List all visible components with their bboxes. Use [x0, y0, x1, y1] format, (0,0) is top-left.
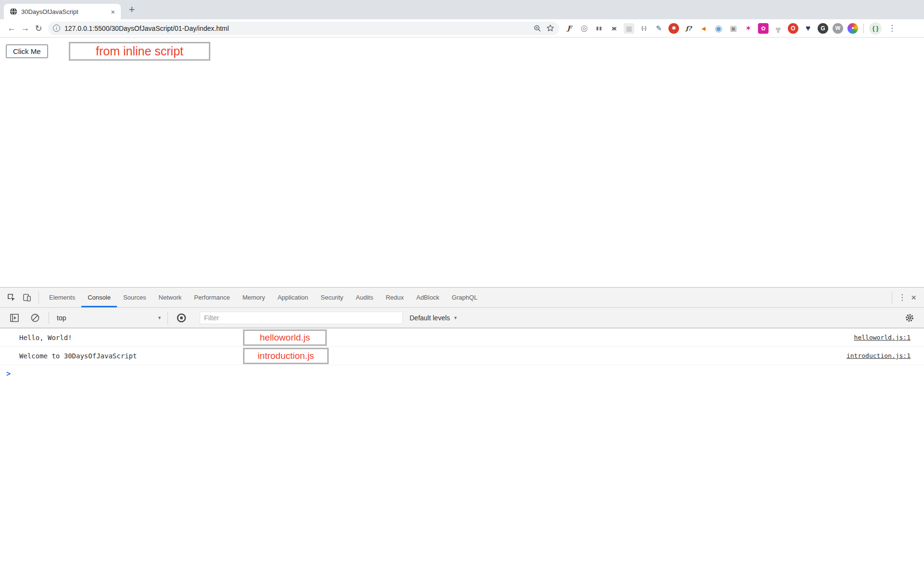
settings-gear-icon[interactable] [903, 312, 916, 324]
bookmark-star-icon[interactable] [546, 24, 554, 32]
divider [892, 292, 892, 303]
page-info-icon[interactable]: i [53, 25, 60, 32]
stop-hand-icon[interactable]: ✱ [668, 23, 679, 34]
f-question-icon[interactable]: ƒ? [683, 23, 694, 34]
tab-sources[interactable]: Sources [117, 288, 153, 307]
tab-network[interactable]: Network [153, 288, 188, 307]
console-message: Hello, World! [19, 334, 72, 342]
divider [49, 312, 49, 324]
source-link[interactable]: helloworld.js:1 [854, 334, 911, 341]
devtools-close-icon[interactable]: × [908, 292, 919, 303]
globe-favicon-icon [10, 8, 17, 15]
chevron-down-icon: ▼ [453, 315, 458, 320]
tab-title: 30DaysOfJavaScript [21, 8, 109, 15]
zoom-icon[interactable] [534, 25, 541, 32]
divider [38, 292, 39, 303]
tab-elements[interactable]: Elements [43, 288, 81, 307]
console-row: Welcome to 30DaysOfJavaScript introducti… [0, 347, 924, 365]
context-label: top [57, 314, 66, 322]
introduction-annotation: introduction.js [243, 348, 329, 364]
grid-icon[interactable]: ▦ [624, 23, 634, 34]
back-icon[interactable]: ← [5, 22, 18, 35]
megaphone-icon[interactable]: ◄ [698, 23, 709, 34]
devtools-panel: Elements Console Sources Network Perform… [0, 287, 924, 382]
inline-script-annotation: from inline script [69, 42, 210, 61]
bug-icon[interactable]: ж [609, 23, 619, 34]
helloworld-annotation: helloworld.js [243, 329, 327, 346]
context-dropdown[interactable]: top ▼ [55, 314, 162, 322]
tab-graphql[interactable]: GraphQL [446, 288, 484, 307]
tab-adblock[interactable]: AdBlock [410, 288, 446, 307]
heart-search-icon[interactable]: ♥ [803, 23, 813, 34]
address-bar[interactable]: i 127.0.0.1:5500/30DaysOfJavaScript/01-D… [48, 22, 559, 35]
rainbow-ring-icon[interactable]: ● [847, 23, 858, 34]
prompt-chevron-icon: > [6, 369, 11, 378]
camera-icon[interactable]: ▣ [728, 23, 739, 34]
close-tab-icon[interactable]: × [109, 8, 117, 16]
paren-dash-icon[interactable]: (-) [639, 23, 649, 34]
tab-redux[interactable]: Redux [379, 288, 410, 307]
tab-performance[interactable]: Performance [188, 288, 236, 307]
page-content: Click Me from inline script [0, 38, 924, 287]
console-messages: Hello, World! helloworld.js helloworld.j… [0, 328, 924, 382]
forward-icon[interactable]: → [18, 22, 32, 35]
click-me-button[interactable]: Click Me [6, 44, 48, 58]
browser-toolbar: ← → ↻ i 127.0.0.1:5500/30DaysOfJavaScrip… [0, 19, 924, 38]
pink-gear-icon[interactable]: ✿ [758, 23, 769, 34]
console-message: Welcome to 30DaysOfJavaScript [19, 352, 137, 360]
clear-console-icon[interactable] [29, 312, 41, 324]
eyedropper-icon[interactable]: ✎ [654, 23, 664, 34]
tab-security[interactable]: Security [314, 288, 349, 307]
tab-strip: 30DaysOfJavaScript × + [0, 0, 924, 19]
log-levels-dropdown[interactable]: Default levels ▼ [410, 314, 458, 322]
cursive-f-icon[interactable]: Ƒ [564, 23, 575, 34]
live-expression-eye-icon[interactable] [175, 312, 188, 324]
show-sidebar-icon[interactable] [8, 312, 21, 324]
device-toolbar-icon[interactable] [21, 291, 33, 304]
tab-console[interactable]: Console [81, 288, 117, 307]
new-tab-button[interactable]: + [125, 3, 139, 16]
divider [863, 24, 864, 33]
pause-bars-icon[interactable]: ▮▮ [594, 23, 604, 34]
log-levels-label: Default levels [410, 314, 450, 322]
g-circle-icon[interactable]: G [818, 23, 828, 34]
tab-application[interactable]: Application [271, 288, 315, 307]
w-circle-icon[interactable]: W [833, 23, 843, 34]
chevron-down-icon: ▼ [157, 315, 162, 320]
t-blocks-icon[interactable]: ╦ [773, 23, 783, 34]
devtools-tab-bar: Elements Console Sources Network Perform… [0, 288, 924, 308]
console-prompt[interactable]: > [0, 365, 924, 382]
devtools-menu-icon[interactable]: ⋮ [896, 292, 908, 302]
source-link[interactable]: introduction.js:1 [847, 352, 911, 359]
console-toolbar: top ▼ Default levels ▼ [0, 308, 924, 328]
blue-swirl-icon[interactable]: ◉ [713, 23, 724, 34]
tab-audits[interactable]: Audits [349, 288, 379, 307]
red-o-icon[interactable]: O [788, 23, 798, 34]
divider [167, 312, 168, 324]
console-row: Hello, World! helloworld.js helloworld.j… [0, 328, 924, 347]
reload-icon[interactable]: ↻ [32, 22, 45, 35]
graphql-star-icon[interactable]: ✶ [743, 23, 754, 34]
chrome-menu-icon[interactable]: ⋮ [886, 23, 898, 33]
url-text: 127.0.0.1:5500/30DaysOfJavaScript/01-Day… [64, 25, 229, 32]
extensions-area: Ƒ ◎ ▮▮ ж ▦ (-) ✎ ✱ ƒ? ◄ ◉ ▣ ✶ ✿ ╦ O ♥ G … [564, 22, 898, 35]
inspect-element-icon[interactable] [5, 291, 18, 304]
browser-tab[interactable]: 30DaysOfJavaScript × [4, 4, 121, 19]
filter-input[interactable] [200, 312, 403, 324]
profile-avatar[interactable]: { } [869, 22, 882, 35]
tab-memory[interactable]: Memory [236, 288, 271, 307]
orbit-icon[interactable]: ◎ [579, 23, 590, 34]
